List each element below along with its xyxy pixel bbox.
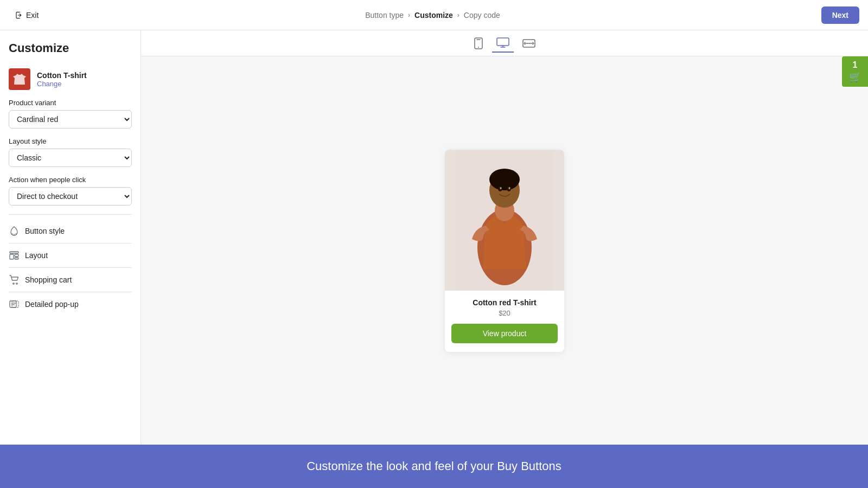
nav-cart-label: Shopping cart [25,275,72,284]
exit-icon [14,11,23,20]
breadcrumb-customize: Customize [414,11,453,20]
layout-style-label: Layout style [9,137,132,145]
nav-layout-label: Layout [25,251,48,260]
svg-point-19 [489,169,520,190]
tshirt-icon [12,73,27,86]
svg-point-23 [509,187,510,189]
desktop-icon [496,37,509,48]
page-title: Customize [9,41,132,55]
breadcrumb-copy-code: Copy code [464,11,500,20]
svg-point-11 [478,47,479,48]
cart-badge-icon: 🛒 [849,71,861,83]
layout-style-field: Layout style Classic Modern Minimal [9,137,132,167]
product-variant-label: Product variant [9,99,132,107]
mobile-preview-button[interactable] [469,34,488,53]
paint-icon [9,226,20,236]
fullwidth-icon [522,39,535,48]
layout-icon [9,250,20,261]
breadcrumb: Button type › Customize › Copy code [365,11,500,20]
bottom-banner-text: Customize the look and feel of your Buy … [307,459,561,473]
cart-badge-count: 1 [853,60,858,70]
nav-popup-label: Detailed pop-up [25,300,79,309]
mobile-icon [474,37,483,49]
product-variant-select[interactable]: Cardinal red Navy blue Forest green Blac… [9,110,132,129]
breadcrumb-sep-2: › [457,11,459,19]
next-button[interactable]: Next [821,7,859,24]
product-thumbnail [9,68,30,90]
svg-point-4 [13,283,14,284]
product-card-name: Cotton red T-shirt [451,298,558,307]
product-image-svg [456,150,553,291]
exit-button[interactable]: Exit [9,8,44,23]
desktop-preview-button[interactable] [492,34,514,53]
product-card-image [445,150,564,291]
nav-item-shopping-cart[interactable]: Shopping cart [9,268,132,292]
breadcrumb-sep-1: › [408,11,410,19]
product-info: Cotton T-shirt Change [37,71,87,88]
cart-badge[interactable]: 1 🛒 [842,56,868,87]
action-click-field: Action when people click Direct to check… [9,176,132,206]
action-click-select[interactable]: Direct to checkout Add to cart Open pop-… [9,187,132,206]
breadcrumb-button-type: Button type [365,11,404,20]
nav-item-layout[interactable]: Layout [9,243,132,268]
svg-point-22 [500,187,502,189]
sidebar: Customize Cotton T-shirt Change Product … [0,30,141,445]
top-navigation: Exit Button type › Customize › Copy code… [0,0,868,30]
bottom-banner: Customize the look and feel of your Buy … [0,445,868,488]
cart-icon [9,274,20,285]
layout-style-select[interactable]: Classic Modern Minimal [9,149,132,167]
action-click-label: Action when people click [9,176,132,184]
svg-rect-6 [10,301,16,307]
product-card-price: $20 [451,309,558,317]
nav-item-detailed-popup[interactable]: Detailed pop-up [9,292,132,316]
nav-button-style-label: Button style [25,227,65,235]
product-name: Cotton T-shirt [37,71,87,80]
fullwidth-preview-button[interactable] [518,36,540,51]
svg-rect-13 [497,38,509,46]
product-card: Cotton red T-shirt $20 View product [445,150,564,352]
preview-toolbar [141,30,868,56]
svg-point-5 [16,283,17,284]
nav-item-button-style[interactable]: Button style [9,219,132,243]
product-change-link[interactable]: Change [37,80,87,88]
product-row: Cotton T-shirt Change [9,68,132,90]
svg-rect-3 [15,258,18,259]
sidebar-divider [9,214,132,215]
svg-rect-2 [15,254,18,256]
product-card-body: Cotton red T-shirt $20 View product [445,291,564,352]
svg-rect-0 [10,252,18,253]
exit-label: Exit [26,11,39,20]
preview-area: Cotton red T-shirt $20 View product 1 🛒 [141,30,868,445]
svg-rect-7 [12,301,18,307]
main-layout: Customize Cotton T-shirt Change Product … [0,30,868,445]
preview-content: Cotton red T-shirt $20 View product [141,56,868,445]
svg-rect-1 [10,254,14,259]
popup-icon [9,299,20,310]
product-variant-field: Product variant Cardinal red Navy blue F… [9,99,132,129]
view-product-button[interactable]: View product [451,324,558,343]
